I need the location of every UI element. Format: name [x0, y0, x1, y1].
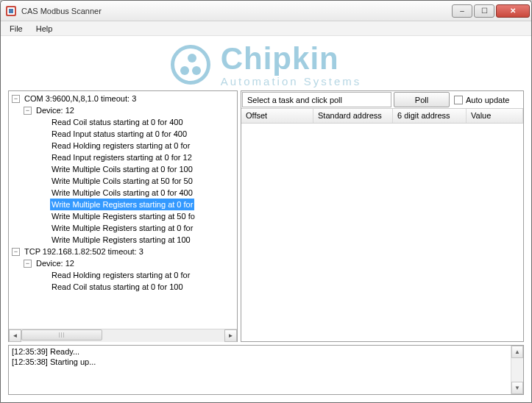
expand-toggle[interactable]: − [24, 107, 32, 115]
tree-device[interactable]: −Device: 12 [9, 257, 237, 269]
col-standard-address[interactable]: Standard address [313, 109, 393, 123]
device-tree[interactable]: −COM 3:9600,N,8,1.0 timeout: 3−Device: 1… [9, 91, 237, 329]
logo-tagline: Automation Systems [221, 76, 362, 87]
tree-task[interactable]: Read Input registers starting at 0 for 1… [9, 151, 237, 163]
tree-label: Read Holding registers starting at 0 for [50, 140, 191, 151]
tree-task[interactable]: Read Holding registers starting at 0 for [9, 140, 237, 151]
tree-task[interactable]: Write Multiple Registers starting at 100 [9, 234, 237, 246]
tree-label: TCP 192.168.1.82:502 timeout: 3 [23, 246, 145, 257]
expand-toggle[interactable]: − [24, 260, 32, 268]
tree-label: Read Holding registers starting at 0 for [50, 269, 191, 281]
logo-mark-icon [171, 45, 210, 85]
titlebar[interactable]: CAS Modbus Scanner – ☐ ✕ [1, 1, 531, 21]
tree-panel: −COM 3:9600,N,8,1.0 timeout: 3−Device: 1… [8, 90, 238, 342]
tree-task[interactable]: Read Holding registers starting at 0 for [9, 269, 237, 281]
poll-button[interactable]: Poll [394, 92, 450, 107]
tree-task[interactable]: Read Input status starting at 0 for 400 [9, 128, 237, 140]
log-line: [12:35:39] Ready... [12, 347, 520, 357]
auto-update-label: Auto update [466, 96, 509, 104]
tree-task[interactable]: Read Coil status starting at 0 for 100 [9, 281, 237, 293]
tree-conn-com[interactable]: −COM 3:9600,N,8,1.0 timeout: 3 [9, 93, 237, 104]
tree-label: COM 3:9600,N,8,1.0 timeout: 3 [23, 93, 138, 104]
col-6digit-address[interactable]: 6 digit address [393, 109, 467, 123]
tree-task[interactable]: Write Multiple Coils starting at 0 for 1… [9, 163, 237, 175]
tree-hscrollbar[interactable]: ◄ ► [9, 329, 237, 341]
tree-task[interactable]: Write Multiple Coils starting at 0 for 4… [9, 187, 237, 199]
minimize-button[interactable]: – [452, 4, 472, 18]
tree-task[interactable]: Write Multiple Coils starting at 50 for … [9, 175, 237, 187]
task-hint-box: Select a task and click poll [242, 92, 391, 107]
task-hint-text: Select a task and click poll [247, 96, 342, 104]
scroll-right-button[interactable]: ► [224, 329, 237, 342]
window-title: CAS Modbus Scanner [21, 7, 452, 15]
scroll-thumb[interactable] [21, 329, 102, 340]
results-header: Offset Standard address 6 digit address … [241, 109, 523, 124]
tree-label: Write Multiple Registers starting at 100 [50, 234, 192, 246]
tree-conn-tcp[interactable]: −TCP 192.168.1.82:502 timeout: 3 [9, 246, 237, 257]
tree-label: Read Input registers starting at 0 for 1… [50, 151, 194, 163]
tree-label: Write Multiple Coils starting at 0 for 4… [50, 187, 194, 199]
expand-toggle[interactable]: − [12, 248, 20, 256]
col-value[interactable]: Value [467, 109, 523, 123]
tree-label: Write Multiple Registers starting at 50 … [50, 210, 196, 222]
tree-label: Write Multiple Registers starting at 0 f… [50, 222, 194, 234]
scroll-left-button[interactable]: ◄ [9, 329, 21, 342]
scroll-down-button[interactable]: ▼ [511, 382, 523, 394]
app-icon [5, 5, 17, 17]
logo-brand: Chipkin [221, 43, 362, 74]
tree-device[interactable]: −Device: 12 [9, 104, 237, 116]
expand-toggle[interactable]: − [12, 95, 20, 103]
maximize-button[interactable]: ☐ [474, 4, 494, 18]
menu-help[interactable]: Help [30, 23, 59, 35]
close-button[interactable]: ✕ [496, 4, 530, 18]
tree-task[interactable]: Write Multiple Registers starting at 0 f… [9, 199, 237, 210]
log-line: [12:35:38] Starting up... [12, 357, 520, 368]
results-panel: Select a task and click poll Poll Auto u… [241, 90, 524, 342]
client-area: Chipkin Automation Systems −COM 3:9600,N… [1, 36, 531, 402]
tree-label: Device: 12 [35, 257, 76, 269]
tree-task[interactable]: Write Multiple Registers starting at 50 … [9, 210, 237, 222]
scroll-up-button[interactable]: ▲ [511, 346, 523, 358]
log-panel: [12:35:39] Ready...[12:35:38] Starting u… [8, 345, 524, 395]
tree-label: Write Multiple Coils starting at 50 for … [50, 175, 194, 187]
menubar: File Help [1, 21, 531, 36]
tree-task[interactable]: Read Coil status starting at 0 for 400 [9, 116, 237, 128]
brand-logo: Chipkin Automation Systems [8, 39, 524, 90]
tree-label: Write Multiple Coils starting at 0 for 1… [50, 163, 194, 175]
tree-label: Read Coil status starting at 0 for 100 [50, 281, 185, 293]
app-window: CAS Modbus Scanner – ☐ ✕ File Help Chipk… [0, 0, 532, 403]
log-vscrollbar[interactable]: ▲ ▼ [511, 346, 523, 394]
tree-label: Device: 12 [35, 104, 76, 116]
col-offset[interactable]: Offset [241, 109, 313, 123]
results-grid[interactable] [241, 124, 523, 341]
tree-label: Write Multiple Registers starting at 0 f… [50, 199, 194, 210]
menu-file[interactable]: File [4, 23, 29, 35]
svg-rect-2 [9, 9, 13, 13]
tree-label: Read Coil status starting at 0 for 400 [50, 116, 185, 128]
tree-label: Read Input status starting at 0 for 400 [50, 128, 188, 140]
tree-task[interactable]: Write Multiple Registers starting at 0 f… [9, 222, 237, 234]
scroll-track[interactable] [21, 329, 224, 342]
auto-update-checkbox[interactable] [454, 96, 463, 104]
